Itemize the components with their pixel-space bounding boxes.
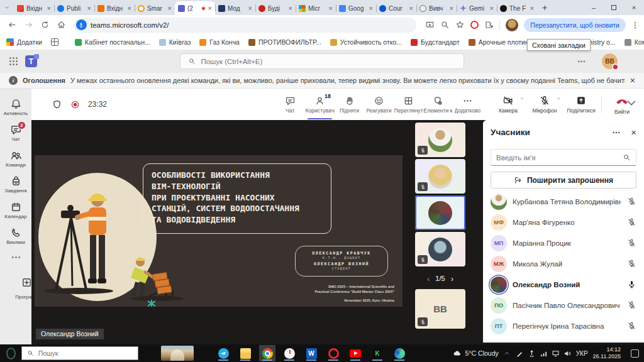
participant-search-box[interactable] <box>491 149 636 166</box>
taskbar-app-kasper[interactable]: K <box>369 345 386 361</box>
reload-button[interactable] <box>38 18 52 33</box>
bookmark-item[interactable]: Арочные плотины <box>469 38 534 46</box>
meeting-action-Вийти[interactable]: Вийти <box>604 89 640 120</box>
tab-close-icon[interactable]: × <box>128 5 131 12</box>
taskbar-clock[interactable]: 14:1226.11.2025 <box>593 346 621 361</box>
tab-search-chevron-icon[interactable] <box>0 1 14 14</box>
display-tray-icon[interactable] <box>552 350 559 357</box>
tray-expand-icon[interactable] <box>504 350 510 356</box>
weather-widget[interactable]: 5°C Cloudy <box>453 349 499 358</box>
bookmark-item[interactable]: Компания милиара... <box>625 38 644 46</box>
panel-more-icon[interactable]: ⋯ <box>612 128 621 137</box>
sidebar-item-more[interactable] <box>0 249 31 265</box>
close-window-button[interactable]: × <box>624 0 644 15</box>
tab-close-icon[interactable]: × <box>329 5 333 12</box>
browser-tab[interactable]: Cour× <box>376 1 416 15</box>
sidebar-item-Активність[interactable]: Активність <box>0 94 31 120</box>
participant-row[interactable]: Олександр Возний <box>491 274 636 295</box>
meeting-tab-Реагувати[interactable]: Реагувати <box>364 89 394 120</box>
meeting-tab-Підняти[interactable]: Підняти <box>335 89 364 120</box>
browser-tab[interactable]: Буді× <box>255 1 296 15</box>
browser-tab[interactable]: Вхідн× <box>94 1 135 15</box>
video-thumbnail[interactable]: BB <box>415 289 465 329</box>
cast-icon[interactable] <box>425 20 435 30</box>
browser-tab[interactable]: Вивч× <box>416 1 457 15</box>
app-launcher-icon[interactable] <box>8 56 19 67</box>
participant-row[interactable]: МФМар'яна Фігуренко <box>491 212 636 233</box>
video-thumbnail[interactable] <box>415 159 465 194</box>
bookmark-item[interactable]: Будстандарт <box>411 38 460 46</box>
banner-close-icon[interactable]: × <box>630 75 635 85</box>
meeting-tab-Елементи ке...[interactable]: Елементи ке... <box>423 89 453 120</box>
language-indicator[interactable]: УКР <box>576 350 588 357</box>
network-tray-icon[interactable] <box>540 350 547 357</box>
pen-tray-icon[interactable] <box>516 350 523 357</box>
tab-close-icon[interactable]: × <box>450 5 453 12</box>
action-center-icon[interactable] <box>631 349 639 358</box>
video-thumbnail[interactable] <box>415 123 465 157</box>
meeting-action-Поділитися[interactable]: Поділитися <box>563 89 599 120</box>
browser-tab[interactable]: Вхідн× <box>14 1 54 15</box>
share-invite-button[interactable]: Поширити запрошення <box>491 172 636 189</box>
tab-close-icon[interactable]: × <box>490 5 494 12</box>
address-bar[interactable]: teams.microsoft.com/v2/ <box>74 18 416 33</box>
teams-search-box[interactable] <box>180 53 464 69</box>
taskbar-search-box[interactable] <box>21 346 138 360</box>
browser-tab[interactable]: Publi× <box>54 1 94 15</box>
browser-tab[interactable]: The F× <box>497 1 537 15</box>
teams-search-input[interactable] <box>201 58 456 65</box>
tab-close-icon[interactable]: × <box>409 5 413 12</box>
taskbar-app-opera[interactable] <box>325 345 341 361</box>
restart-to-update-button[interactable]: Перезапустити, щоб оновити <box>524 18 626 32</box>
opera-extension-icon[interactable] <box>470 21 479 29</box>
taskbar-app-explorer[interactable] <box>237 345 253 361</box>
participant-row[interactable]: ПОПасічник Павло Олександрович <box>491 295 636 315</box>
new-tab-button[interactable]: + <box>537 3 552 13</box>
minimize-button[interactable]: – <box>584 0 604 15</box>
teams-logo-icon[interactable]: T <box>25 55 37 67</box>
sidebar-item-Завдання[interactable]: Завдання <box>0 172 31 197</box>
tab-close-icon[interactable]: × <box>87 5 91 12</box>
taskbar-app-chat-blue[interactable] <box>215 345 231 361</box>
tab-close-icon[interactable]: × <box>248 5 252 12</box>
bookmark-star-icon[interactable] <box>455 20 465 30</box>
back-button[interactable] <box>5 18 19 33</box>
sidebar-item-Команди[interactable]: Команди <box>0 146 31 172</box>
start-button[interactable] <box>0 344 21 362</box>
teams-profile-avatar[interactable]: BB <box>602 53 618 69</box>
bookmark-grid[interactable] <box>51 38 58 46</box>
taskbar-search-input[interactable] <box>38 349 133 357</box>
sidebar-item-Чат[interactable]: 2Чат <box>0 120 31 146</box>
tab-close-icon[interactable]: × <box>208 5 212 12</box>
browser-tab[interactable]: Smar× <box>135 1 175 15</box>
bookmark-item[interactable]: Кабінет постачальн... <box>75 38 150 46</box>
browser-menu-icon[interactable]: ⋮ <box>631 21 639 30</box>
participant-row[interactable]: ПТПерегінчук Ірина Тарасівна <box>491 315 636 336</box>
browser-tab[interactable]: Micr× <box>296 1 336 15</box>
extensions-icon[interactable] <box>484 20 494 30</box>
meeting-tab-Чат[interactable]: Чат <box>275 89 305 120</box>
bookmark-item[interactable]: ПРОТИВОФИЛЬТР... <box>248 38 321 46</box>
taskbar-app-chrome[interactable] <box>259 345 275 361</box>
sidebar-item-Виклики[interactable]: Виклики <box>0 223 31 249</box>
pager-prev-icon[interactable]: ‹ <box>427 274 430 283</box>
participant-search-input[interactable] <box>496 154 619 162</box>
taskbar-app-clock[interactable] <box>281 345 297 361</box>
tab-close-icon[interactable]: × <box>369 5 373 12</box>
pager-next-icon[interactable]: › <box>451 274 453 283</box>
sidebar-item-Календар[interactable]: Календар <box>0 197 31 223</box>
tab-close-icon[interactable]: × <box>289 5 292 12</box>
participant-row[interactable]: МЖМикола Жулай <box>491 253 636 274</box>
home-button[interactable] <box>55 18 69 33</box>
volume-tray-icon[interactable] <box>564 350 571 357</box>
video-thumbnail[interactable] <box>415 195 465 230</box>
tab-close-icon[interactable]: × <box>47 5 51 12</box>
zoom-icon[interactable] <box>440 20 450 30</box>
forward-button[interactable] <box>21 18 35 33</box>
browser-tab[interactable]: Gemi× <box>457 1 497 15</box>
maximize-button[interactable] <box>604 0 624 15</box>
browser-profile-avatar[interactable] <box>506 19 518 31</box>
bookmark-apps[interactable]: Додатки <box>6 38 42 46</box>
browser-tab[interactable]: (2× <box>175 1 215 15</box>
panel-close-icon[interactable]: × <box>631 127 636 138</box>
